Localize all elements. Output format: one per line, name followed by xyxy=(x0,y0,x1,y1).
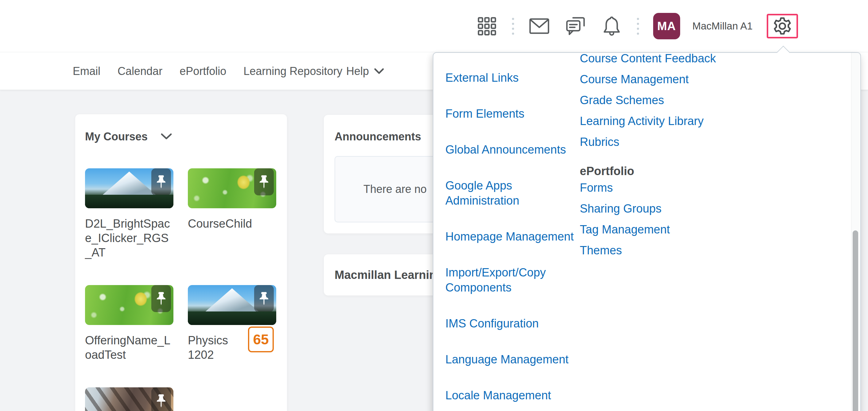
gear-icon xyxy=(773,17,792,36)
top-bar: MA MacMillan A1 xyxy=(0,0,868,52)
pin-icon[interactable] xyxy=(151,285,171,312)
course-tile[interactable]: D2L_BrightSpace_IClicker_RGS_AT xyxy=(85,168,174,260)
app-grid-icon[interactable] xyxy=(476,15,498,37)
course-name: CourseChild xyxy=(188,216,276,231)
eportfolio-section-header: ePortfolio xyxy=(580,164,795,179)
navbar-link[interactable]: Learning Repository xyxy=(243,65,342,78)
pin-icon[interactable] xyxy=(151,168,171,195)
admin-menu-item: Grade Schemes xyxy=(580,93,795,108)
bell-icon[interactable] xyxy=(601,15,623,37)
annotation-box-manage-extensibility: IMS Configuration xyxy=(445,317,539,330)
announcements-title: Announcements xyxy=(335,130,421,143)
admin-menu-link[interactable]: Tag Management xyxy=(580,223,670,236)
admin-menu-link[interactable]: Course Content Feedback xyxy=(580,52,716,65)
admin-menu-link[interactable]: Forms xyxy=(580,181,613,194)
course-tile[interactable]: Physics 1202 65 xyxy=(188,285,276,362)
course-image xyxy=(85,168,174,208)
admin-menu-item: Course Content Feedback xyxy=(580,52,795,66)
annotation-box-manage-extensibility: Language Management xyxy=(445,353,568,366)
dropdown-scrollbar-track[interactable] xyxy=(851,53,860,411)
course-name: Physics 1202 xyxy=(188,333,243,362)
admin-menu-link[interactable]: Google Apps Administration xyxy=(445,179,519,207)
navbar-help-menu[interactable]: Help xyxy=(346,65,384,78)
annotation-box-manage-extensibility: External Links xyxy=(445,71,519,84)
course-tile[interactable]: CourseChild xyxy=(188,168,276,260)
divider-dots xyxy=(637,18,639,35)
announcements-empty-text: There are no xyxy=(335,183,427,196)
admin-menu-link[interactable]: IMS Configuration xyxy=(445,317,539,330)
admin-menu-link[interactable]: Global Announcements xyxy=(445,143,566,156)
chat-icon[interactable] xyxy=(564,15,587,37)
admin-menu-item: Form Elements xyxy=(445,91,580,121)
admin-menu-item: Locations xyxy=(445,409,580,411)
admin-menu-item: Language Management xyxy=(445,337,580,367)
my-courses-title: My Courses xyxy=(85,130,148,143)
admin-menu-link[interactable]: Language Management xyxy=(445,353,568,366)
course-grid: D2L_BrightSpace_IClicker_RGS_AT CourseCh… xyxy=(85,168,277,411)
chevron-down-icon[interactable] xyxy=(160,133,172,140)
course-image xyxy=(188,285,276,325)
course-tile[interactable] xyxy=(85,387,174,411)
course-tile[interactable]: OfferingName_LoadTest xyxy=(85,285,174,362)
annotation-box-manage-extensibility: Homepage Management xyxy=(445,230,574,243)
navbar-links: EmailCalendarePortfolioLearning Reposito… xyxy=(73,52,342,90)
navbar-link[interactable]: Email xyxy=(73,65,100,78)
course-image xyxy=(85,285,174,325)
admin-menu-link[interactable]: External Links xyxy=(445,71,519,84)
admin-tools-gear-button[interactable] xyxy=(767,14,798,38)
admin-menu-link[interactable]: Sharing Groups xyxy=(580,202,661,215)
admin-tools-dropdown: External Links Form Elements Global Anno… xyxy=(433,52,861,411)
admin-menu-item: Rubrics xyxy=(580,135,795,150)
divider-dots xyxy=(512,18,514,35)
admin-menu-item: IMS Configuration xyxy=(445,301,580,331)
admin-menu-item: Sharing Groups xyxy=(580,201,795,216)
admin-menu-item: Import/Export/Copy Components xyxy=(445,250,580,295)
annotation-box-manage-extensibility: Global Announcements xyxy=(445,143,566,156)
pin-icon[interactable] xyxy=(254,285,274,312)
mail-icon[interactable] xyxy=(528,15,550,37)
navbar-help-label: Help xyxy=(346,65,369,78)
admin-menu-item: External Links xyxy=(445,55,580,85)
course-image xyxy=(85,387,174,411)
course-name: D2L_BrightSpace_IClicker_RGS_AT xyxy=(85,216,174,260)
admin-menu-item: Global Announcements xyxy=(445,127,580,157)
admin-menu-link[interactable]: Learning Activity Library xyxy=(580,115,704,127)
admin-menu-link[interactable]: Import/Export/Copy Components xyxy=(445,266,546,294)
admin-menu-item: Google Apps Administration xyxy=(445,163,580,208)
admin-menu-link[interactable]: Form Elements xyxy=(445,107,525,120)
course-image xyxy=(188,168,276,208)
course-count-badge: 65 xyxy=(248,326,274,352)
admin-menu-item: Course Management xyxy=(580,72,795,87)
admin-menu-item: Learning Activity Library xyxy=(580,114,795,129)
user-name[interactable]: MacMillan A1 xyxy=(692,20,753,32)
my-courses-widget: My Courses D2L_BrightSpace_IClicker_RGS_… xyxy=(75,114,287,411)
admin-menu-item: Themes xyxy=(580,243,795,258)
annotation-box-manage-extensibility: Locale Management xyxy=(445,389,551,402)
annotation-box-manage-extensibility: Google Apps Administration xyxy=(445,179,519,207)
pin-icon[interactable] xyxy=(254,168,274,195)
navbar-link[interactable]: Calendar xyxy=(118,65,162,78)
annotation-box-manage-extensibility: Import/Export/Copy Components xyxy=(445,266,546,294)
chevron-down-icon xyxy=(374,68,384,75)
annotation-box-manage-extensibility: Form Elements xyxy=(445,107,525,120)
admin-menu-item: Locale Management xyxy=(445,373,580,403)
admin-menu-item: Homepage Management xyxy=(445,214,580,244)
course-name: OfferingName_LoadTest xyxy=(85,333,174,362)
admin-menu-left-column: External Links Form Elements Global Anno… xyxy=(445,55,580,411)
admin-menu-link[interactable]: Course Management xyxy=(580,73,689,86)
admin-menu-link[interactable]: Themes xyxy=(580,244,622,257)
admin-menu-link[interactable]: Locale Management xyxy=(445,389,551,402)
navbar-link[interactable]: ePortfolio xyxy=(180,65,226,78)
admin-menu-item: Forms xyxy=(580,180,795,195)
admin-menu-right-column-top: Course Content FeedbackCourse Management… xyxy=(580,52,795,150)
admin-menu-link[interactable]: Homepage Management xyxy=(445,230,574,243)
dropdown-scrollbar-thumb[interactable] xyxy=(852,230,858,411)
admin-menu-link[interactable]: Rubrics xyxy=(580,136,619,148)
admin-menu-right-column-bottom: FormsSharing GroupsTag ManagementThemes xyxy=(580,180,795,258)
admin-menu-item: Tag Management xyxy=(580,222,795,237)
pin-icon[interactable] xyxy=(151,387,171,411)
admin-menu-link[interactable]: Grade Schemes xyxy=(580,94,664,107)
user-avatar[interactable]: MA xyxy=(653,13,680,39)
